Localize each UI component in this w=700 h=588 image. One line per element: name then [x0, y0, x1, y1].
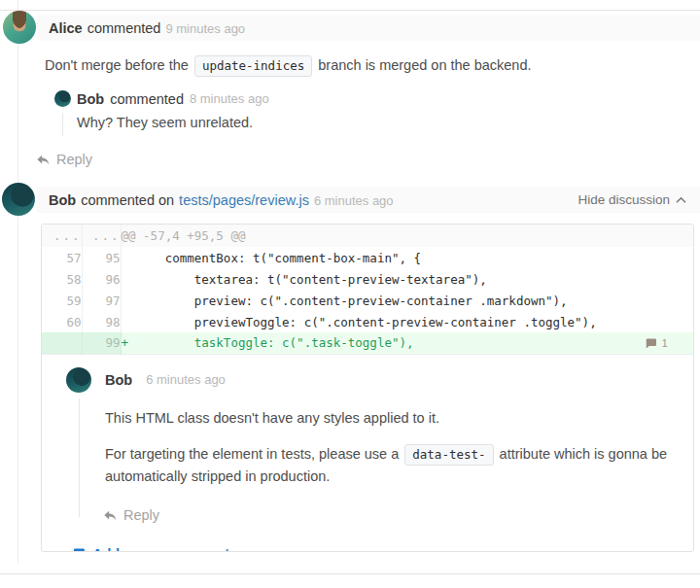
- hunk-header-text: @@ -57,4 +95,5 @@: [121, 225, 693, 247]
- diff-marker: +: [122, 335, 136, 350]
- line-number-old[interactable]: 60: [42, 311, 82, 332]
- discussion-box: ... ... @@ -57,4 +95,5 @@ 57 95 commentB…: [41, 224, 694, 552]
- diff-row: 57 95 commentBox: t("comment-box-main", …: [42, 247, 693, 268]
- comment-body: Don't merge before the update-indices br…: [45, 55, 681, 77]
- action-text: commented: [110, 91, 184, 107]
- comment-count-badge[interactable]: 1: [645, 332, 668, 354]
- line-number-new[interactable]: 95: [82, 247, 121, 268]
- author-name[interactable]: Alice: [49, 20, 83, 36]
- author-name[interactable]: Bob: [105, 372, 132, 388]
- diff-code: previewToggle: c(".content-preview-conta…: [136, 315, 597, 329]
- comment-icon: [645, 337, 657, 350]
- diff-code: taskToggle: c(".task-toggle"),: [136, 335, 414, 350]
- reply-icon: [103, 508, 117, 522]
- diff-row: 58 96 textarea: t("content-preview-texta…: [42, 268, 693, 290]
- comment-icon: [72, 547, 86, 553]
- comment-text: Why? They seem unrelated.: [77, 115, 681, 130]
- hide-discussion-label: Hide discussion: [578, 192, 670, 207]
- file-link[interactable]: tests/pages/review.js: [179, 192, 309, 208]
- line-number-old[interactable]: [42, 332, 82, 354]
- diff-hunk-row: ... ... @@ -57,4 +95,5 @@: [42, 225, 693, 247]
- comment-body: This HTML class doesn't have any styles …: [105, 407, 678, 487]
- discussion-header: Alice commented 9 minutes ago: [0, 11, 700, 44]
- avatar-bob[interactable]: [2, 183, 35, 216]
- action-text: commented on: [81, 192, 174, 208]
- comment-text: This HTML class doesn't have any styles …: [105, 407, 678, 429]
- diff-row: 60 98 previewToggle: c(".content-preview…: [42, 311, 693, 332]
- hunk-gutter-old: ...: [42, 225, 82, 247]
- comment-text-part: For targeting the element in tests, plea…: [105, 446, 399, 462]
- timestamp: 6 minutes ago: [146, 372, 226, 387]
- chevron-up-icon: [676, 196, 686, 204]
- line-number-old[interactable]: 57: [42, 247, 82, 268]
- line-number-new[interactable]: 96: [82, 268, 121, 290]
- hunk-gutter-new: ...: [82, 225, 121, 247]
- reply-label: Reply: [56, 152, 92, 167]
- reply-label: Reply: [123, 507, 159, 523]
- reply-button[interactable]: Reply: [103, 507, 678, 523]
- line-number-old[interactable]: 59: [42, 290, 82, 311]
- line-number-new[interactable]: 99: [82, 332, 121, 354]
- comment-count: 1: [662, 337, 668, 349]
- timestamp: 6 minutes ago: [314, 193, 394, 208]
- avatar-bob-small[interactable]: [54, 90, 71, 107]
- diff-code: commentBox: t("comment-box-main", {: [136, 251, 422, 265]
- hide-discussion-button[interactable]: Hide discussion: [578, 192, 686, 207]
- reply-icon: [36, 153, 50, 166]
- diff-row-added: 99 + taskToggle: c(".task-toggle"), 1: [42, 332, 693, 354]
- action-text: commented: [88, 20, 161, 36]
- avatar-alice[interactable]: [3, 11, 36, 44]
- add-comment-button[interactable]: Add a new comment: [72, 546, 693, 553]
- comment-text: branch is merged on the backend.: [318, 57, 531, 73]
- inline-code-chip: update-indices: [194, 55, 312, 77]
- discussion-header-band: Bob commented on tests/pages/review.js 6…: [37, 187, 700, 213]
- timestamp: 9 minutes ago: [165, 21, 245, 36]
- diff-code: preview: c(".content-preview-container .…: [136, 294, 568, 308]
- discussion-header-band: Alice commented 9 minutes ago: [37, 15, 700, 41]
- line-number-new[interactable]: 98: [82, 311, 121, 332]
- author-name[interactable]: Bob: [77, 91, 104, 107]
- reply-button[interactable]: Reply: [36, 152, 700, 167]
- diff-table: ... ... @@ -57,4 +95,5 @@ 57 95 commentB…: [42, 225, 693, 355]
- diff-row: 59 97 preview: c(".content-preview-conta…: [42, 290, 693, 311]
- discussion-bob: Bob commented on tests/pages/review.js 6…: [0, 183, 700, 552]
- comment-text: Don't merge before the: [45, 57, 189, 73]
- author-name[interactable]: Bob: [49, 192, 76, 208]
- diff-comment-thread: Bob 6 minutes ago This HTML class doesn'…: [66, 367, 678, 523]
- discussion-header: Bob commented on tests/pages/review.js 6…: [0, 183, 700, 216]
- timestamp: 8 minutes ago: [190, 91, 269, 106]
- diff-code: textarea: t("content-preview-textarea"),: [136, 272, 487, 287]
- nested-comment: Bob commented 8 minutes ago Why? They se…: [54, 90, 681, 132]
- avatar-bob-medium[interactable]: [66, 367, 91, 393]
- line-number-new[interactable]: 97: [82, 290, 121, 311]
- line-number-old[interactable]: 58: [42, 268, 82, 290]
- inline-code-chip: data-test-: [404, 444, 493, 466]
- comment-text: For targeting the element in tests, plea…: [105, 443, 678, 487]
- discussion-alice: Alice commented 9 minutes ago Don't merg…: [0, 11, 700, 167]
- add-comment-label: Add a new comment: [92, 546, 229, 553]
- bottom-divider: [0, 573, 700, 574]
